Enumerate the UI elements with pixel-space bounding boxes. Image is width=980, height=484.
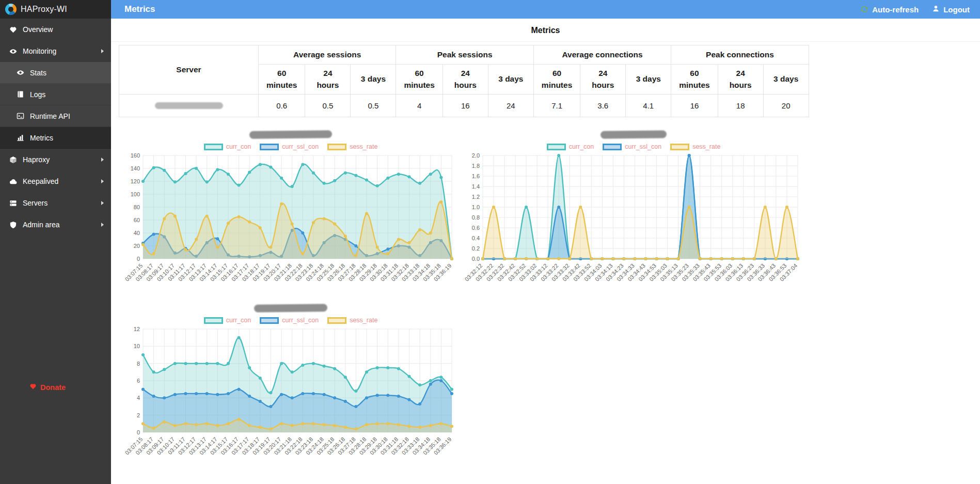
svg-text:80: 80 [134,204,140,210]
col-group-average-connections: Average connections [533,45,671,65]
legend-item-sess-rate[interactable]: sess_rate [670,143,720,150]
svg-text:1.4: 1.4 [472,183,480,190]
sidebar-item-overview[interactable]: Overview [0,19,111,40]
legend-swatch-curr-con [204,317,223,324]
metric-value-cell: 7.1 [533,95,580,117]
metric-value-cell: 0.5 [305,95,351,117]
cloud-icon [9,177,17,185]
metric-value-cell: 4.1 [626,95,671,117]
legend-swatch-sess-rate [670,144,689,150]
legend-item-curr-ssl-con[interactable]: curr_ssl_con [260,317,319,324]
legend-swatch-curr-ssl-con [603,144,622,150]
svg-text:1.6: 1.6 [472,173,480,179]
metric-value-cell: 4 [396,95,442,117]
legend-swatch-curr-con [204,144,223,150]
svg-text:4: 4 [137,395,140,401]
metric-value-cell: 3.6 [580,95,626,117]
legend-swatch-curr-ssl-con [260,317,279,324]
legend-item-curr-con[interactable]: curr_con [547,143,594,150]
legend-item-sess-rate[interactable]: sess_rate [327,317,377,324]
sidebar-item-label: Logs [30,90,45,99]
chart-card-2: curr_con curr_ssl_con sess_rate 0.00.20.… [463,131,804,292]
user-icon [932,5,940,14]
svg-text:0.4: 0.4 [472,235,480,241]
auto-refresh-button[interactable]: Auto-refresh [860,5,919,14]
svg-text:20: 20 [134,243,140,249]
top-bar-actions: Auto-refresh Logout [860,5,980,14]
chevron-right-icon [101,49,104,53]
main-content: Metrics Server Average sessions Peak ses… [111,19,980,484]
server-row: 0.6 0.5 0.5 4 16 24 7.1 3.6 4.1 16 18 20 [119,95,809,117]
chart-title-redacted [249,130,332,139]
col-group-peak-sessions: Peak sessions [396,45,533,65]
legend-label: sess_rate [350,317,377,324]
sidebar-item-logs[interactable]: Logs [0,84,111,105]
chart-title-redacted [254,304,327,312]
cube-icon [9,155,17,164]
svg-text:0.0: 0.0 [472,256,480,262]
legend-swatch-sess-rate [327,144,346,150]
svg-text:2: 2 [137,412,140,418]
sidebar-item-keepalived[interactable]: Keepalived [0,170,111,192]
legend-item-curr-ssl-con[interactable]: curr_ssl_con [603,143,661,150]
col-period: 3 days [626,65,671,95]
metric-value-cell: 20 [763,95,809,117]
legend-label: sess_rate [692,143,720,150]
legend-item-curr-con[interactable]: curr_con [204,317,251,324]
sidebar-item-label: Admin area [23,221,60,229]
chevron-right-icon [101,201,104,205]
sidebar-item-admin-area[interactable]: Admin area [0,214,111,236]
sidebar-item-runtime-api[interactable]: Runtime API [0,105,111,127]
donate-link[interactable]: Donate [29,383,66,392]
col-period: 3 days [351,65,396,95]
svg-text:40: 40 [134,230,140,236]
sidebar-item-stats[interactable]: Stats [0,62,111,84]
col-period: 60 minutes [533,65,580,95]
legend-label: curr_ssl_con [282,317,319,324]
top-bar: Metrics Auto-refresh Logout [111,0,980,19]
server-name-redacted [155,102,223,109]
sidebar-item-servers[interactable]: Servers [0,192,111,214]
sidebar: HAProxy-WI Overview Monitoring Stats Log… [0,0,111,484]
metrics-chart-3: 02468101203:07:1503:08:1703:09:1703:10:1… [123,325,458,465]
shield-icon [9,221,17,229]
metrics-chart-1: 02040608010012014016003:07:1503:08:1703:… [123,151,458,292]
sidebar-item-label: Runtime API [30,112,70,120]
legend-item-curr-ssl-con[interactable]: curr_ssl_con [260,143,319,150]
chart-legend: curr_con curr_ssl_con sess_rate [463,143,804,150]
terminal-icon [16,112,24,120]
svg-text:12: 12 [134,326,140,332]
sidebar-item-metrics[interactable]: Metrics [0,127,111,149]
logout-button[interactable]: Logout [932,5,970,14]
sidebar-item-label: Servers [23,199,48,207]
auto-refresh-label: Auto-refresh [872,5,919,14]
svg-text:0.8: 0.8 [472,214,480,221]
server-name-cell [119,95,259,117]
legend-swatch-curr-ssl-con [260,144,279,150]
sidebar-item-label: Monitoring [23,47,56,55]
legend-swatch-curr-con [547,144,566,150]
svg-text:100: 100 [131,191,140,197]
svg-text:0.6: 0.6 [472,225,480,231]
col-period: 3 days [763,65,809,95]
sidebar-item-label: Overview [23,25,53,34]
sidebar-item-monitoring[interactable]: Monitoring [0,40,111,62]
chevron-right-icon [101,179,104,183]
heartbeat-icon [9,25,17,34]
refresh-icon [860,5,868,13]
col-period: 60 minutes [259,65,305,95]
metric-value-cell: 24 [488,95,533,117]
sidebar-item-haproxy[interactable]: Haproxy [0,149,111,170]
legend-item-sess-rate[interactable]: sess_rate [327,143,377,150]
chevron-right-icon [101,158,104,162]
brand[interactable]: HAProxy-WI [0,0,111,19]
donate-label: Donate [40,383,66,392]
metrics-table: Server Average sessions Peak sessions Av… [119,45,809,117]
metrics-chart-2: 0.00.20.40.60.81.01.21.41.61.82.003:32:1… [463,151,804,292]
chart-legend: curr_con curr_ssl_con sess_rate [123,317,458,324]
legend-label: curr_con [226,143,251,150]
svg-text:120: 120 [131,178,140,184]
col-header-server: Server [119,45,259,95]
legend-item-curr-con[interactable]: curr_con [204,143,251,150]
haproxy-wi-logo-icon [5,4,17,15]
